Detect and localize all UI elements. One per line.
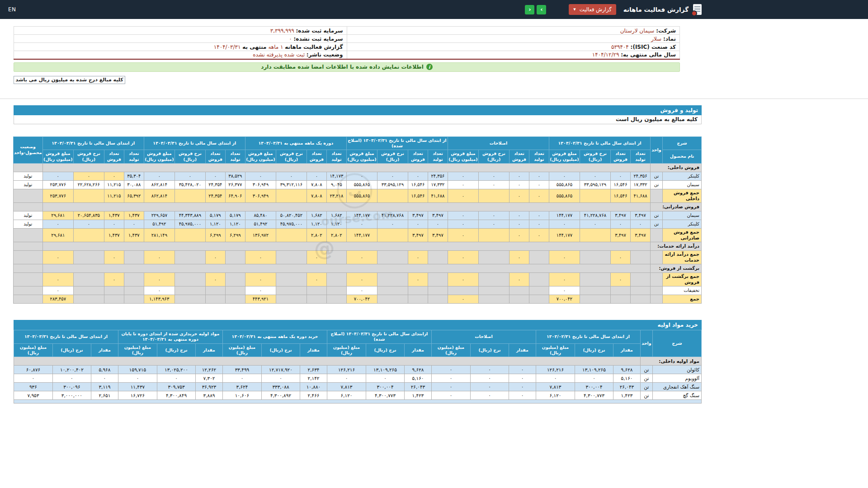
- value-cell: ۰: [448, 272, 478, 286]
- value-cell: ۰: [509, 250, 529, 264]
- value-cell: ۰: [575, 374, 613, 383]
- section-row-fill: [13, 264, 42, 272]
- registered-capital-label: سرمایه ثبت شده:: [296, 28, 343, 34]
- value-cell: ۱۴,۱۷۳: [326, 172, 346, 180]
- value-cell: [448, 286, 478, 295]
- column-subheader: مبلغ (میلیون ریال): [431, 343, 470, 357]
- table-row: تخفیفات۰۰۰۰۰: [13, 286, 701, 295]
- column-group-header: از ابتدای سال مالی تا تاریخ ۱۴۰۳/۰۳/۳۱: [42, 136, 144, 150]
- value-cell: ۵۵۵,۸۶۵: [549, 180, 580, 189]
- value-cell: ۰: [471, 366, 509, 374]
- value-cell: ۰: [448, 295, 478, 303]
- section-row-fill: [42, 242, 650, 250]
- value-cell: ۱۶,۵۴۶: [611, 189, 631, 202]
- column-header: وضعیت محصول-واحد: [13, 136, 42, 163]
- language-toggle[interactable]: EN: [8, 6, 16, 13]
- value-cell: ۳,۱۱۹: [91, 383, 118, 391]
- value-cell: ۳,۴۹۷: [428, 228, 448, 242]
- section-row-label: مواد اولیه داخلی:: [641, 357, 702, 366]
- value-cell: [509, 286, 529, 295]
- unregistered-capital-value: ۰: [289, 36, 292, 42]
- next-period-button[interactable]: ›: [537, 5, 546, 14]
- value-cell: ۷,۹۵۳: [14, 391, 52, 400]
- value-cell: ۰: [448, 189, 478, 202]
- value-cell: ۳۳,۴۹۹: [222, 366, 261, 374]
- section-row-fill: [13, 163, 42, 172]
- value-cell: ۳۸,۵۲۹: [225, 172, 245, 180]
- column-group-header: از ابتدای سال مالی تا تاریخ ۱۴۰۴/۰۲/۳۱: [549, 136, 650, 150]
- value-cell: ۰: [366, 374, 404, 383]
- status-cell: تولید: [13, 211, 42, 220]
- unit-cell: تن: [651, 211, 663, 220]
- section-row-fill: [42, 163, 650, 172]
- value-cell: ۰: [408, 250, 428, 264]
- value-cell: ۰: [307, 250, 326, 264]
- value-cell: ۰: [509, 391, 536, 400]
- symbol-label: نماد:: [663, 36, 676, 42]
- column-subheader: مبلغ فروش (میلیون ریال): [245, 150, 276, 164]
- value-cell: ۴۵,۹۷۵,۰۰۰: [175, 220, 205, 228]
- value-cell: ۳۶,۹۲۳: [195, 383, 222, 391]
- value-cell: [611, 286, 631, 295]
- value-cell: ۳,۶۲۴: [222, 383, 261, 391]
- publisher-status-field: وضعیت ناشر: ثبت شده پذیرفته نشده: [14, 51, 347, 59]
- column-subheader: نرخ (ریال): [261, 343, 300, 357]
- column-subheader: تعداد تولید: [225, 150, 245, 164]
- table-row: جمع برگشت از فروش۰۰۰۰۰۰۰۰۰۰۰۰: [13, 272, 701, 286]
- column-subheader: مبلغ فروش (میلیون ریال): [448, 150, 478, 164]
- value-cell: [124, 272, 144, 286]
- value-cell: ۱۴۴,۱۷۷: [549, 228, 580, 242]
- value-cell: ۰: [471, 391, 509, 400]
- column-group-header: ازابتدای سال مالی تا تاریخ ۱۴۰۴/۰۲/۳۱ (ا…: [327, 330, 431, 343]
- value-cell: [478, 272, 509, 286]
- fiscal-year-label: سال مالی منتهی به:: [621, 52, 676, 58]
- value-cell: [580, 228, 611, 242]
- status-cell: تولید: [13, 172, 42, 180]
- value-cell: ۶,۱۲۰: [536, 391, 575, 400]
- column-header: واحد: [651, 136, 663, 163]
- value-cell: ۱,۱۴۳,۹۶۳: [144, 295, 175, 303]
- report-type-dropdown[interactable]: گزارش فعالیت ▼: [569, 4, 616, 15]
- column-subheader: مبلغ (میلیون ریال): [222, 343, 261, 357]
- unit-cell: [651, 286, 663, 295]
- value-cell: ۴,۳۰۰,۷۷۳: [366, 391, 404, 400]
- value-cell: ۲۶,۰۴۳: [404, 383, 431, 391]
- value-cell: ۰: [509, 272, 529, 286]
- value-cell: ۰: [144, 272, 175, 286]
- value-cell: [326, 250, 346, 264]
- value-cell: [276, 250, 307, 264]
- value-cell: ۱,۴۳۷: [124, 228, 144, 242]
- value-cell: ۳,۰۰۰,۰۰۰: [52, 391, 91, 400]
- column-subheader: تعداد تولید: [529, 150, 549, 164]
- value-cell: [377, 250, 408, 264]
- page-title: گزارش فعالیت ماهانه: [623, 6, 689, 13]
- value-cell: ۷,۸۱۳: [536, 383, 575, 391]
- prev-period-button[interactable]: ‹: [525, 5, 534, 14]
- value-cell: [73, 189, 104, 202]
- column-subheader: مقدار: [404, 343, 431, 357]
- column-subheader: مقدار: [300, 343, 327, 357]
- value-cell: ۰: [42, 286, 73, 295]
- value-cell: [377, 189, 408, 202]
- value-cell: [205, 286, 225, 295]
- value-cell: [73, 272, 104, 286]
- value-cell: ۴,۳۰۰,۸۹۲: [261, 391, 300, 400]
- status-cell: [13, 286, 42, 295]
- value-cell: ۰: [346, 220, 377, 228]
- value-cell: [478, 286, 509, 295]
- value-cell: ۳۵,۳۰۴: [124, 172, 144, 180]
- column-subheader: نام محصول: [663, 150, 702, 164]
- value-cell: ۰: [222, 374, 261, 383]
- value-cell: [326, 286, 346, 295]
- table-row: سیمانتن۳,۴۹۷۳,۴۹۷۴۱,۲۲۸,۷۶۸۱۴۴,۱۷۷۰۰۰۰۳,…: [13, 211, 701, 220]
- column-subheader: تعداد فروش: [307, 150, 326, 164]
- value-cell: ۴۵,۹۷۵,۰۰۰: [276, 220, 307, 228]
- value-cell: ۳,۸۸۹: [195, 391, 222, 400]
- value-cell: ۰: [448, 172, 478, 180]
- value-cell: ۵,۱۷۹: [205, 211, 225, 220]
- value-cell: ۱۱,۲۱۵: [104, 189, 124, 202]
- column-subheader: مبلغ فروش (میلیون ریال): [346, 150, 377, 164]
- value-cell: [377, 286, 408, 295]
- value-cell: ۱۲,۲۶۲: [195, 366, 222, 374]
- value-cell: [580, 286, 611, 295]
